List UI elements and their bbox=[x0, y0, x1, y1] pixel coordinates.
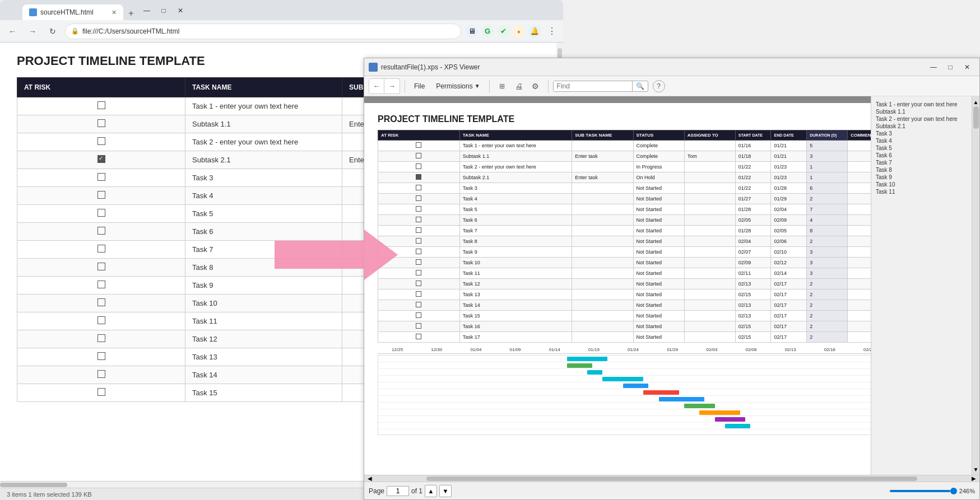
checkbox-cell[interactable] bbox=[17, 97, 185, 115]
view-icon-1[interactable]: ⊞ bbox=[494, 78, 510, 94]
print-icon[interactable]: 🖨 bbox=[511, 78, 527, 94]
xps-checkbox[interactable] bbox=[416, 302, 421, 307]
checkbox-cell[interactable] bbox=[17, 169, 185, 187]
xps-checkbox-cell[interactable] bbox=[378, 300, 460, 311]
xps-checkbox[interactable] bbox=[416, 227, 421, 233]
xps-checkbox[interactable] bbox=[416, 281, 421, 286]
checkbox[interactable] bbox=[97, 281, 105, 288]
checkbox-cell[interactable] bbox=[17, 348, 185, 366]
checkbox-cell[interactable] bbox=[17, 330, 185, 348]
xps-scroll-up-btn[interactable]: ▲ bbox=[973, 97, 979, 106]
checkbox-cell[interactable] bbox=[17, 259, 185, 277]
xps-checkbox[interactable] bbox=[416, 153, 421, 158]
page-up-btn[interactable]: ▲ bbox=[425, 485, 437, 497]
address-bar[interactable]: 🔒 file:///C:/Users/sourceHTML.html bbox=[65, 24, 461, 39]
checkbox[interactable] bbox=[97, 101, 105, 109]
checkbox-cell[interactable] bbox=[17, 187, 185, 205]
xps-checkbox-cell[interactable] bbox=[378, 321, 460, 332]
browser-maximize-btn[interactable]: □ bbox=[156, 4, 171, 17]
page-down-btn[interactable]: ▼ bbox=[439, 485, 452, 497]
checkbox[interactable] bbox=[97, 227, 105, 235]
xps-checkbox[interactable] bbox=[416, 195, 421, 201]
xps-checkbox[interactable] bbox=[416, 238, 421, 244]
forward-btn[interactable]: → bbox=[25, 24, 40, 39]
checkbox-cell[interactable] bbox=[17, 277, 185, 295]
checkbox-cell[interactable] bbox=[17, 151, 185, 169]
checkbox[interactable] bbox=[97, 370, 105, 378]
settings-icon[interactable]: ⚙ bbox=[528, 78, 544, 94]
xps-h-scrollbar[interactable]: ◀ ▶ bbox=[364, 475, 979, 482]
find-search-btn[interactable]: 🔍 bbox=[632, 81, 648, 91]
refresh-btn[interactable]: ↻ bbox=[45, 24, 61, 39]
back-btn[interactable]: ← bbox=[4, 24, 20, 39]
zoom-slider-thumb[interactable] bbox=[950, 488, 957, 494]
zoom-slider[interactable] bbox=[890, 490, 957, 492]
new-tab-btn[interactable]: + bbox=[124, 7, 138, 20]
checkbox[interactable] bbox=[97, 191, 105, 199]
checkbox[interactable] bbox=[97, 352, 105, 360]
browser-minimize-btn[interactable]: — bbox=[139, 4, 155, 17]
checkbox[interactable] bbox=[97, 119, 105, 127]
page-number-input[interactable] bbox=[387, 486, 409, 496]
checkbox[interactable] bbox=[97, 334, 105, 342]
xps-minimize-btn[interactable]: — bbox=[926, 61, 941, 73]
xps-checkbox-cell[interactable] bbox=[378, 215, 460, 226]
xps-checkbox[interactable] bbox=[416, 312, 421, 318]
xps-checkbox[interactable] bbox=[416, 142, 421, 148]
checkbox-cell[interactable] bbox=[17, 133, 185, 151]
tab-close-btn[interactable]: ✕ bbox=[112, 9, 117, 16]
checkbox-cell[interactable] bbox=[17, 295, 185, 312]
xps-checkbox-cell[interactable] bbox=[378, 289, 460, 300]
checkbox-cell[interactable] bbox=[17, 205, 185, 223]
checkbox-cell[interactable] bbox=[17, 115, 185, 133]
checkbox[interactable] bbox=[97, 173, 105, 181]
checkbox[interactable] bbox=[97, 316, 105, 324]
xps-checkbox[interactable] bbox=[416, 174, 421, 180]
checkbox[interactable] bbox=[97, 388, 105, 396]
xps-checkbox-cell[interactable] bbox=[378, 194, 460, 204]
xps-checkbox[interactable] bbox=[416, 163, 421, 169]
checkbox[interactable] bbox=[97, 298, 105, 306]
xps-maximize-btn[interactable]: □ bbox=[942, 61, 958, 73]
xps-checkbox[interactable] bbox=[416, 217, 421, 222]
ext-icon-3[interactable]: ✔ bbox=[497, 25, 509, 38]
help-btn[interactable]: ? bbox=[653, 80, 665, 92]
xps-checkbox[interactable] bbox=[416, 206, 421, 212]
xps-h-scrollbar-thumb[interactable] bbox=[426, 476, 917, 481]
xps-checkbox-cell[interactable] bbox=[378, 204, 460, 215]
xps-file-menu[interactable]: File bbox=[410, 80, 429, 92]
xps-checkbox[interactable] bbox=[416, 323, 421, 329]
xps-checkbox-cell[interactable] bbox=[378, 183, 460, 194]
xps-checkbox-cell[interactable] bbox=[378, 332, 460, 343]
checkbox[interactable] bbox=[97, 155, 105, 163]
xps-checkbox-cell[interactable] bbox=[378, 311, 460, 321]
browser-h-scrollbar-thumb[interactable] bbox=[0, 483, 67, 487]
checkbox-cell[interactable] bbox=[17, 241, 185, 259]
xps-checkbox[interactable] bbox=[416, 259, 421, 265]
xps-permissions-menu[interactable]: Permissions ▼ bbox=[431, 80, 484, 92]
xps-scroll-left-btn[interactable]: ◀ bbox=[365, 475, 374, 482]
xps-checkbox-cell[interactable] bbox=[378, 151, 460, 162]
xps-checkbox[interactable] bbox=[416, 334, 421, 339]
xps-vert-scrollbar-thumb[interactable] bbox=[973, 106, 979, 129]
checkbox[interactable] bbox=[97, 137, 105, 145]
checkbox-cell[interactable] bbox=[17, 312, 185, 330]
find-box[interactable]: 🔍 bbox=[553, 81, 648, 92]
xps-close-btn[interactable]: ✕ bbox=[959, 61, 975, 73]
checkbox[interactable] bbox=[97, 209, 105, 217]
browser-tab[interactable]: sourceHTML.html ✕ bbox=[22, 4, 123, 20]
xps-vert-scrollbar[interactable]: ▲ ▼ bbox=[972, 96, 979, 475]
ext-icon-4[interactable]: ⬧ bbox=[513, 25, 525, 38]
xps-checkbox[interactable] bbox=[416, 249, 421, 254]
checkbox-cell[interactable] bbox=[17, 223, 185, 241]
xps-checkbox-cell[interactable] bbox=[378, 162, 460, 172]
ext-icon-1[interactable]: 🖥 bbox=[466, 25, 478, 38]
xps-checkbox[interactable] bbox=[416, 185, 421, 190]
xps-checkbox-cell[interactable] bbox=[378, 172, 460, 183]
xps-checkbox-cell[interactable] bbox=[378, 141, 460, 151]
checkbox[interactable] bbox=[97, 245, 105, 253]
xps-checkbox[interactable] bbox=[416, 270, 421, 275]
checkbox-cell[interactable] bbox=[17, 366, 185, 384]
xps-forward-btn[interactable]: → bbox=[384, 78, 400, 94]
browser-close-btn[interactable]: ✕ bbox=[173, 4, 188, 17]
